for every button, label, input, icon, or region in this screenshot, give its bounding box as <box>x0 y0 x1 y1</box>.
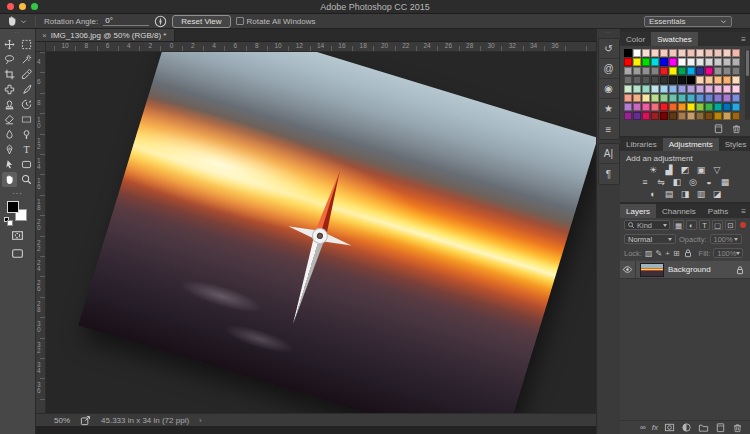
black-white-adjustment-icon[interactable]: ◧ <box>671 176 683 187</box>
swatch[interactable] <box>696 58 704 66</box>
spot-healing-brush-tool[interactable] <box>2 82 17 97</box>
swatch[interactable] <box>723 76 731 84</box>
swatch[interactable] <box>642 85 650 93</box>
tab-adjustments[interactable]: Adjustments <box>663 138 719 151</box>
ruler-corner[interactable] <box>36 42 46 52</box>
swatch[interactable] <box>732 85 740 93</box>
dock-grip[interactable]: ∙∙ <box>606 30 611 35</box>
swatch[interactable] <box>651 94 659 102</box>
swatch[interactable] <box>696 49 704 57</box>
swatch[interactable] <box>624 49 632 57</box>
swatch[interactable] <box>705 103 713 111</box>
swatch[interactable] <box>660 85 668 93</box>
swatch[interactable] <box>705 94 713 102</box>
scrollbar-thumb[interactable] <box>746 50 749 76</box>
swatch[interactable] <box>624 94 632 102</box>
swatch[interactable] <box>723 112 731 120</box>
screen-mode-button[interactable] <box>11 247 24 260</box>
close-tab-icon[interactable]: × <box>42 31 47 40</box>
swatch[interactable] <box>642 112 650 120</box>
swatch[interactable] <box>687 85 695 93</box>
tab-paths[interactable]: Paths <box>702 204 734 218</box>
quick-mask-button[interactable] <box>11 229 24 242</box>
swatch[interactable] <box>669 76 677 84</box>
swatch[interactable] <box>669 49 677 57</box>
pen-tool[interactable] <box>2 142 17 157</box>
delete-swatch-icon[interactable] <box>731 123 742 134</box>
zoom-tool[interactable] <box>19 172 34 187</box>
swatch[interactable] <box>687 67 695 75</box>
swatch[interactable] <box>714 103 722 111</box>
swatches-scrollbar[interactable] <box>745 49 750 120</box>
lock-all-icon[interactable] <box>683 248 693 258</box>
gradient-tool[interactable] <box>19 112 34 127</box>
vibrance-adjustment-icon[interactable]: ▽ <box>711 164 723 175</box>
swatch[interactable] <box>687 112 695 120</box>
panel-menu-icon[interactable]: ≡ <box>741 32 750 46</box>
lasso-tool[interactable] <box>2 52 17 67</box>
tab-layers[interactable]: Layers <box>620 204 656 218</box>
swatch[interactable] <box>678 85 686 93</box>
layer-row-background[interactable]: Background <box>620 260 750 279</box>
path-selection-tool[interactable] <box>2 157 17 172</box>
filter-adjustment-layers-icon[interactable]: ◐ <box>686 220 697 230</box>
tab-libraries[interactable]: Libraries <box>620 138 663 151</box>
shape-tool[interactable] <box>19 157 34 172</box>
layer-style-button[interactable]: fx <box>652 423 658 432</box>
swatch[interactable] <box>696 112 704 120</box>
device-preview-panel-icon[interactable]: @ <box>599 59 619 79</box>
hue-saturation-adjustment-icon[interactable]: ≡ <box>639 176 651 187</box>
layer-visibility-toggle[interactable] <box>620 261 636 278</box>
swatch[interactable] <box>705 67 713 75</box>
swatch[interactable] <box>723 85 731 93</box>
swatch[interactable] <box>705 85 713 93</box>
swatch[interactable] <box>678 49 686 57</box>
history-panel-icon[interactable]: ↺ <box>599 39 619 59</box>
checkbox-box[interactable] <box>236 17 244 25</box>
photo-filter-adjustment-icon[interactable]: ◎ <box>687 176 699 187</box>
swatch[interactable] <box>633 67 641 75</box>
tab-styles[interactable]: Styles <box>719 138 750 151</box>
swatch[interactable] <box>678 112 686 120</box>
fill-dropdown[interactable]: 100% <box>713 248 743 258</box>
blur-tool[interactable] <box>2 127 17 142</box>
filter-kind-dropdown[interactable]: Kind <box>624 220 670 230</box>
default-colors-icon[interactable] <box>4 217 9 222</box>
swatch[interactable] <box>624 76 632 84</box>
swatch[interactable] <box>705 49 713 57</box>
swatch[interactable] <box>651 49 659 57</box>
rotation-dial-icon[interactable] <box>154 15 167 28</box>
swatch[interactable] <box>714 85 722 93</box>
swatch[interactable] <box>705 58 713 66</box>
document-tab[interactable]: × IMG_1306.jpg @ 50% (RGB/8) * <box>36 29 175 41</box>
rotation-angle-input[interactable]: 0° <box>103 16 149 26</box>
swatch[interactable] <box>732 67 740 75</box>
paragraph-panel-icon[interactable]: ¶ <box>599 164 619 184</box>
swatch[interactable] <box>705 76 713 84</box>
new-group-button[interactable] <box>698 422 709 433</box>
gradient-map-adjustment-icon[interactable]: ▥ <box>695 188 707 199</box>
export-icon[interactable] <box>80 415 91 426</box>
brightness-contrast-adjustment-icon[interactable]: ☀ <box>647 164 659 175</box>
swatch[interactable] <box>714 112 722 120</box>
swatch[interactable] <box>660 94 668 102</box>
swatch[interactable] <box>660 67 668 75</box>
swatch[interactable] <box>651 67 659 75</box>
swatch[interactable] <box>687 103 695 111</box>
swatch[interactable] <box>687 58 695 66</box>
swatch[interactable] <box>732 103 740 111</box>
swatch[interactable] <box>669 58 677 66</box>
tab-swatches[interactable]: Swatches <box>651 32 698 46</box>
vertical-ruler[interactable]: 4681 01 21 41 61 82 02 22 42 62 83 03 23… <box>36 52 46 413</box>
posterize-adjustment-icon[interactable]: ▤ <box>663 188 675 199</box>
crop-tool[interactable] <box>2 67 17 82</box>
swatch[interactable] <box>633 58 641 66</box>
canvas-viewport[interactable] <box>46 52 596 413</box>
add-layer-mask-button[interactable] <box>664 422 675 433</box>
swatch[interactable] <box>651 103 659 111</box>
blend-mode-dropdown[interactable]: Normal <box>624 234 676 244</box>
swatch[interactable] <box>624 112 632 120</box>
swatch[interactable] <box>624 58 632 66</box>
channel-mixer-adjustment-icon[interactable]: ◒ <box>703 176 715 187</box>
lock-image-pixels-icon[interactable]: ✎ <box>656 249 663 258</box>
